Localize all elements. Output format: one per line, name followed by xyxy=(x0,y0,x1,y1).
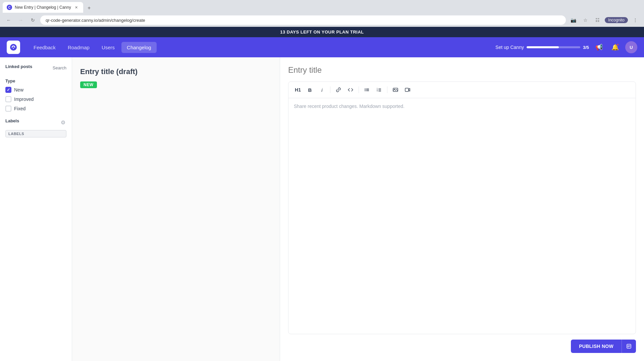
svg-point-1 xyxy=(13,48,14,49)
toolbar-divider-2 xyxy=(359,86,359,93)
ordered-list-button[interactable]: 1. 2. 3. xyxy=(374,84,384,95)
type-fixed-checkbox[interactable] xyxy=(5,106,11,112)
reload-button[interactable]: ↻ xyxy=(28,15,38,25)
type-improved-checkbox[interactable] xyxy=(5,96,11,102)
tab-favicon: C xyxy=(7,5,12,10)
link-button[interactable] xyxy=(333,84,344,95)
back-button[interactable]: ← xyxy=(4,15,13,25)
editor-toolbar: H1 B i xyxy=(288,82,636,98)
bullet-list-button[interactable] xyxy=(362,84,372,95)
nav-users[interactable]: Users xyxy=(96,42,120,53)
labels-badge[interactable]: LABELS xyxy=(5,130,66,137)
forward-button[interactable]: → xyxy=(16,15,25,25)
type-new-checkbox[interactable] xyxy=(5,87,11,93)
labels-header: Labels ⚙ xyxy=(5,118,66,127)
setup-label: Set up Canny xyxy=(495,45,524,50)
type-new-label: New xyxy=(14,87,23,93)
type-improved-label: Improved xyxy=(14,97,34,102)
labels-section: Labels ⚙ LABELS xyxy=(5,118,66,137)
user-avatar[interactable]: U xyxy=(625,41,637,53)
editor-content[interactable]: Share recent product changes. Markdown s… xyxy=(288,98,636,334)
type-fixed-label: Fixed xyxy=(14,106,25,111)
bold-button[interactable]: B xyxy=(305,84,315,95)
middle-panel: Entry title (draft) NEW xyxy=(72,57,280,361)
labels-label: Labels xyxy=(5,118,19,123)
entry-title-input[interactable] xyxy=(288,65,636,75)
editor-panel: H1 B i xyxy=(280,57,644,361)
toolbar-divider-1 xyxy=(330,86,330,93)
avatar-initials: U xyxy=(630,45,633,50)
linked-posts-label: Linked posts xyxy=(5,64,32,69)
gear-icon[interactable]: ⚙ xyxy=(60,119,66,126)
announcements-button[interactable]: 📢 xyxy=(593,41,605,53)
type-section: Type New Improved Fixed xyxy=(5,78,66,112)
type-label: Type xyxy=(5,78,66,83)
camera-icon: 📷 xyxy=(569,15,578,25)
type-fixed-item[interactable]: Fixed xyxy=(5,106,66,112)
publish-bar: PUBLISH NOW xyxy=(288,334,636,353)
code-button[interactable] xyxy=(345,84,356,95)
main-layout: Linked posts Search Type New Improved Fi… xyxy=(0,57,644,361)
editor-placeholder: Share recent product changes. Markdown s… xyxy=(294,104,405,109)
publish-dropdown-button[interactable] xyxy=(622,340,636,353)
setup-progress-bar xyxy=(527,46,580,48)
setup-canny[interactable]: Set up Canny 3/5 xyxy=(495,45,589,50)
extension-icon[interactable]: ☷ xyxy=(593,15,602,25)
h1-button[interactable]: H1 xyxy=(292,84,303,95)
svg-text:3.: 3. xyxy=(377,90,378,92)
setup-count: 3/5 xyxy=(583,45,589,50)
image-button[interactable] xyxy=(390,84,401,95)
publish-now-button[interactable]: PUBLISH NOW xyxy=(571,340,622,353)
italic-button[interactable]: i xyxy=(317,84,327,95)
nav-links: Feedback Roadmap Users Changelog xyxy=(28,42,495,53)
nav-roadmap[interactable]: Roadmap xyxy=(62,42,95,53)
setup-progress-fill xyxy=(527,46,559,48)
toolbar-divider-3 xyxy=(387,86,387,93)
notifications-button[interactable]: 🔔 xyxy=(609,41,621,53)
entry-draft-title: Entry title (draft) xyxy=(80,67,272,76)
canny-logo[interactable] xyxy=(7,41,20,54)
new-badge: NEW xyxy=(80,81,97,88)
address-bar[interactable] xyxy=(40,15,566,25)
nav-right: Set up Canny 3/5 📢 🔔 U xyxy=(495,41,637,53)
type-improved-item[interactable]: Improved xyxy=(5,96,66,102)
sidebar-search-link[interactable]: Search xyxy=(53,65,66,70)
menu-icon[interactable]: ⋮ xyxy=(631,15,640,25)
incognito-badge: Incognito xyxy=(605,17,628,23)
trial-banner: 13 DAYS LEFT ON YOUR PLAN TRIAL xyxy=(0,27,644,37)
main-nav: Feedback Roadmap Users Changelog Set up … xyxy=(0,37,644,57)
new-tab-button[interactable]: + xyxy=(85,3,94,13)
browser-tab[interactable]: C New Entry | Changelog | Canny ✕ xyxy=(3,2,83,13)
svg-point-3 xyxy=(365,89,365,90)
type-new-item[interactable]: New xyxy=(5,87,66,93)
tab-title: New Entry | Changelog | Canny xyxy=(15,5,71,10)
svg-point-4 xyxy=(365,90,365,91)
nav-feedback[interactable]: Feedback xyxy=(28,42,61,53)
announcement-icon: 📢 xyxy=(595,44,603,51)
editor-container: H1 B i xyxy=(288,81,636,334)
notification-dot xyxy=(616,43,619,46)
svg-point-0 xyxy=(10,44,17,51)
video-button[interactable] xyxy=(402,84,413,95)
svg-point-2 xyxy=(365,88,365,89)
linked-posts-row: Linked posts Search xyxy=(5,64,66,72)
sidebar: Linked posts Search Type New Improved Fi… xyxy=(0,57,72,361)
bookmark-icon[interactable]: ☆ xyxy=(581,15,590,25)
nav-changelog[interactable]: Changelog xyxy=(121,42,157,53)
svg-rect-16 xyxy=(405,88,409,92)
tab-close-button[interactable]: ✕ xyxy=(74,5,79,10)
